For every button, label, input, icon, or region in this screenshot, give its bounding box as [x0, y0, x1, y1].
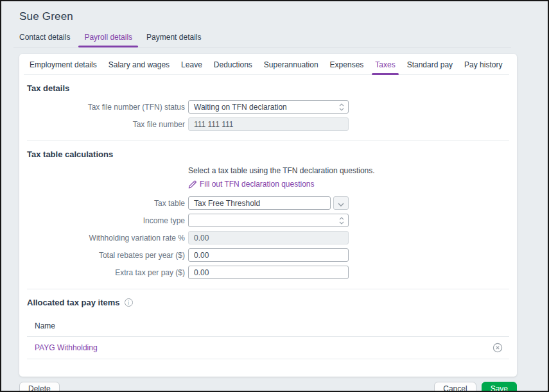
tab-payroll-details[interactable]: Payroll details [78, 33, 138, 47]
extra-tax-control [188, 266, 349, 279]
payroll-details-card: Employment details Salary and wages Leav… [19, 54, 517, 377]
fill-out-tfn-declaration-label: Fill out TFN declaration questions [200, 180, 315, 189]
tax-details-heading: Tax details [27, 83, 509, 93]
extra-tax-label: Extra tax per pay ($) [27, 268, 185, 277]
subtab-leave[interactable]: Leave [175, 60, 208, 74]
card-bottom-padding [27, 359, 509, 377]
withholding-variation-label: Withholding variation rate % [27, 234, 185, 243]
tfn-status-select[interactable]: Waiting on TFN declaration [188, 100, 349, 114]
main-tab-bar: Contact details Payroll details Payment … [13, 33, 511, 47]
allocated-tax-pay-items-title: Allocated tax pay items [27, 298, 120, 307]
tax-table-label: Tax table [27, 199, 185, 208]
withholding-variation-row: Withholding variation rate % [27, 231, 509, 244]
payg-withholding-link[interactable]: PAYG Withholding [35, 343, 98, 352]
subtab-taxes[interactable]: Taxes [369, 60, 401, 74]
subtab-standard-pay[interactable]: Standard pay [401, 60, 458, 74]
tfn-status-row: Tax file number (TFN) status Waiting on … [27, 100, 509, 114]
tfn-number-control [188, 117, 349, 131]
income-type-select[interactable] [188, 214, 349, 227]
section-divider [27, 141, 509, 141]
tax-table-calculations-heading: Tax table calculations [27, 149, 509, 159]
tfn-status-control: Waiting on TFN declaration [188, 100, 349, 114]
table-row: PAYG Withholding [27, 337, 509, 359]
tax-table-value: Tax Free Threshold [194, 199, 260, 208]
total-rebates-field[interactable] [188, 248, 349, 262]
pencil-icon [188, 180, 196, 189]
tfn-number-label: Tax file number [27, 120, 185, 129]
tfn-status-label: Tax file number (TFN) status [27, 103, 185, 112]
info-icon[interactable]: i [125, 298, 133, 307]
tfn-number-row: Tax file number [27, 117, 509, 131]
tfn-number-field [188, 117, 349, 131]
select-spinner-icon [339, 216, 344, 225]
subtab-expenses[interactable]: Expenses [324, 60, 370, 74]
chevron-down-icon [338, 198, 344, 209]
subtab-superannuation[interactable]: Superannuation [258, 60, 324, 74]
employee-page: Sue Green Contact details Payroll detail… [1, 1, 548, 392]
save-button[interactable]: Save [482, 382, 517, 392]
total-rebates-control [188, 248, 349, 262]
app-window: Sue Green Contact details Payroll detail… [0, 0, 549, 392]
payroll-sub-tab-bar: Employment details Salary and wages Leav… [24, 60, 509, 75]
remove-item-button[interactable] [490, 342, 505, 354]
income-type-label: Income type [27, 216, 185, 225]
tax-table-helper-text: Select a tax table using the TFN declara… [188, 166, 509, 175]
page-title: Sue Green [19, 10, 532, 23]
tax-table-row: Tax table Tax Free Threshold [27, 196, 509, 210]
subtab-deductions[interactable]: Deductions [208, 60, 258, 74]
allocated-tax-pay-items-heading: Allocated tax pay items i [27, 298, 509, 307]
total-rebates-label: Total rebates per year ($) [27, 251, 185, 260]
tab-contact-details[interactable]: Contact details [13, 33, 76, 47]
allocated-items-table: Name PAYG Withholding [27, 318, 509, 359]
tax-table-combobox: Tax Free Threshold [188, 196, 349, 210]
tax-table-dropdown-button[interactable] [333, 196, 349, 210]
withholding-variation-field [188, 231, 349, 244]
select-spinner-icon [339, 103, 344, 111]
extra-tax-row: Extra tax per pay ($) [27, 266, 509, 279]
tax-table-input[interactable]: Tax Free Threshold [188, 196, 331, 210]
subtab-pay-history[interactable]: Pay history [458, 60, 508, 74]
subtab-employment-details[interactable]: Employment details [24, 60, 103, 74]
withholding-variation-control [188, 231, 349, 244]
section-divider [27, 289, 509, 289]
subtab-salary-and-wages[interactable]: Salary and wages [103, 60, 175, 74]
extra-tax-field[interactable] [188, 266, 349, 279]
total-rebates-row: Total rebates per year ($) [27, 248, 509, 262]
fill-out-tfn-declaration-link[interactable]: Fill out TFN declaration questions [188, 180, 509, 189]
income-type-control [188, 214, 349, 227]
tfn-status-value: Waiting on TFN declaration [194, 103, 287, 112]
delete-button[interactable]: Delete [19, 382, 60, 392]
cancel-button[interactable]: Cancel [434, 382, 476, 392]
income-type-row: Income type [27, 214, 509, 227]
column-header-name: Name [27, 318, 509, 337]
footer-action-bar: Delete Cancel Save [19, 382, 517, 392]
tab-payment-details[interactable]: Payment details [141, 33, 207, 47]
